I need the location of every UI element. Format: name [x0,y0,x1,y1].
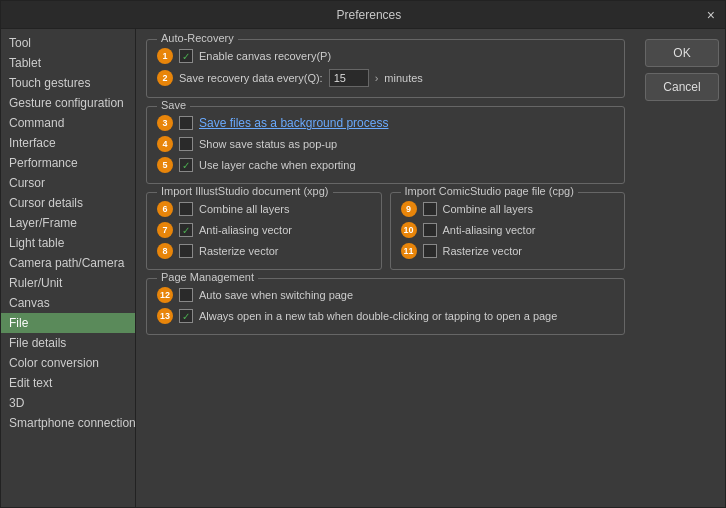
sidebar-item-light-table[interactable]: Light table [1,233,135,253]
arrow-symbol: › [375,72,379,84]
sidebar-item-layer-frame[interactable]: Layer/Frame [1,213,135,233]
comic-combine-label: Combine all layers [443,203,533,215]
auto-recovery-label: Auto-Recovery [157,32,238,44]
save-section: Save 3 Save files as a background proces… [146,106,625,184]
illust-antialias-checkbox[interactable] [179,223,193,237]
badge-7: 7 [157,222,173,238]
sidebar-item-edit-text[interactable]: Edit text [1,373,135,393]
cancel-button[interactable]: Cancel [645,73,719,101]
illust-row-1: 6 Combine all layers [157,201,371,217]
badge-4: 4 [157,136,173,152]
sidebar-item-performance[interactable]: Performance [1,153,135,173]
comic-row-3: 11 Rasterize vector [401,243,615,259]
illust-rasterize-checkbox[interactable] [179,244,193,258]
badge-6: 6 [157,201,173,217]
dialog-title: Preferences [31,8,707,22]
import-sections: Import IllustStudio document (xpg) 6 Com… [146,192,625,270]
badge-5: 5 [157,157,173,173]
enable-recovery-label: Enable canvas recovery(P) [199,50,331,62]
badge-8: 8 [157,243,173,259]
sidebar-item-interface[interactable]: Interface [1,133,135,153]
comic-rasterize-checkbox[interactable] [423,244,437,258]
minutes-label: minutes [384,72,423,84]
save-status-checkbox[interactable] [179,137,193,151]
save-row-1: 3 Save files as a background process [157,115,614,131]
badge-2: 2 [157,70,173,86]
badge-11: 11 [401,243,417,259]
sidebar-item-file-details[interactable]: File details [1,333,135,353]
import-illust-section: Import IllustStudio document (xpg) 6 Com… [146,192,382,270]
illust-rasterize-label: Rasterize vector [199,245,278,257]
enable-recovery-checkbox[interactable] [179,49,193,63]
import-illust-label: Import IllustStudio document (xpg) [157,185,333,197]
badge-9: 9 [401,201,417,217]
sidebar-item-3d[interactable]: 3D [1,393,135,413]
badge-13: 13 [157,308,173,324]
open-new-tab-label: Always open in a new tab when double-cli… [199,310,557,322]
auto-recovery-row-2: 2 Save recovery data every(Q): › minutes [157,69,614,87]
save-row-3: 5 Use layer cache when exporting [157,157,614,173]
auto-recovery-section: Auto-Recovery 1 Enable canvas recovery(P… [146,39,625,98]
sidebar-item-cursor-details[interactable]: Cursor details [1,193,135,213]
sidebar-item-camera-path-camera[interactable]: Camera path/Camera [1,253,135,273]
sidebar-item-file[interactable]: File [1,313,135,333]
close-button[interactable]: × [707,7,715,23]
background-process-checkbox[interactable] [179,116,193,130]
sidebar-item-cursor[interactable]: Cursor [1,173,135,193]
import-comic-label: Import ComicStudio page file (cpg) [401,185,578,197]
auto-save-switch-checkbox[interactable] [179,288,193,302]
illust-combine-label: Combine all layers [199,203,289,215]
illust-row-2: 7 Anti-aliasing vector [157,222,371,238]
title-bar: Preferences × [1,1,725,29]
comic-row-1: 9 Combine all layers [401,201,615,217]
save-interval-label: Save recovery data every(Q): [179,72,323,84]
illust-row-3: 8 Rasterize vector [157,243,371,259]
ok-button[interactable]: OK [645,39,719,67]
comic-antialias-checkbox[interactable] [423,223,437,237]
sidebar-item-touch-gestures[interactable]: Touch gestures [1,73,135,93]
sidebar-item-color-conversion[interactable]: Color conversion [1,353,135,373]
sidebar-item-canvas[interactable]: Canvas [1,293,135,313]
save-row-2: 4 Show save status as pop-up [157,136,614,152]
import-comic-section: Import ComicStudio page file (cpg) 9 Com… [390,192,626,270]
buttons-panel: OK Cancel [635,29,725,507]
auto-recovery-row-1: 1 Enable canvas recovery(P) [157,48,614,64]
dialog-body: ToolTabletTouch gesturesGesture configur… [1,29,725,507]
comic-combine-checkbox[interactable] [423,202,437,216]
open-new-tab-checkbox[interactable] [179,309,193,323]
comic-row-2: 10 Anti-aliasing vector [401,222,615,238]
sidebar: ToolTabletTouch gesturesGesture configur… [1,29,136,507]
sidebar-item-ruler-unit[interactable]: Ruler/Unit [1,273,135,293]
badge-3: 3 [157,115,173,131]
comic-antialias-label: Anti-aliasing vector [443,224,536,236]
sidebar-item-gesture-configuration[interactable]: Gesture configuration [1,93,135,113]
save-status-label: Show save status as pop-up [199,138,337,150]
comic-rasterize-label: Rasterize vector [443,245,522,257]
background-process-label[interactable]: Save files as a background process [199,116,388,130]
illust-combine-checkbox[interactable] [179,202,193,216]
page-mgmt-row-1: 12 Auto save when switching page [157,287,614,303]
page-management-label: Page Management [157,271,258,283]
page-management-section: Page Management 12 Auto save when switch… [146,278,625,335]
auto-save-switch-label: Auto save when switching page [199,289,353,301]
badge-12: 12 [157,287,173,303]
badge-1: 1 [157,48,173,64]
layer-cache-label: Use layer cache when exporting [199,159,356,171]
main-content: Auto-Recovery 1 Enable canvas recovery(P… [136,29,635,507]
sidebar-item-tablet[interactable]: Tablet [1,53,135,73]
badge-10: 10 [401,222,417,238]
save-interval-input[interactable] [329,69,369,87]
sidebar-item-tool[interactable]: Tool [1,33,135,53]
illust-antialias-label: Anti-aliasing vector [199,224,292,236]
sidebar-item-command[interactable]: Command [1,113,135,133]
page-mgmt-row-2: 13 Always open in a new tab when double-… [157,308,614,324]
preferences-dialog: Preferences × ToolTabletTouch gesturesGe… [0,0,726,508]
layer-cache-checkbox[interactable] [179,158,193,172]
sidebar-item-smartphone-connection[interactable]: Smartphone connection [1,413,135,433]
save-label: Save [157,99,190,111]
